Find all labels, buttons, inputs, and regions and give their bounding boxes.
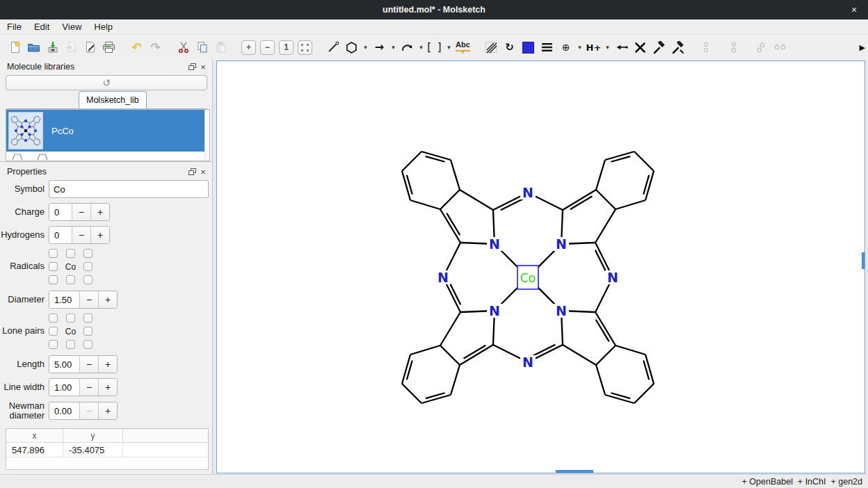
paste-button[interactable] xyxy=(211,38,230,57)
delete-button[interactable] xyxy=(631,38,650,57)
radical-checkbox[interactable] xyxy=(49,249,58,258)
close-panel-icon[interactable]: × xyxy=(198,167,209,177)
zoom-fit-button[interactable] xyxy=(296,38,314,57)
zoom-in-button[interactable]: + xyxy=(239,38,258,57)
float-panel-icon[interactable] xyxy=(186,62,198,72)
radical-checkbox[interactable] xyxy=(66,249,75,258)
list-item-next-partial[interactable] xyxy=(6,152,209,161)
optimize-geometry-button[interactable] xyxy=(668,38,687,57)
lone-pair-checkbox[interactable] xyxy=(66,314,75,323)
hydrogen-dropdown[interactable]: ▾ xyxy=(603,38,612,57)
ring-button[interactable] xyxy=(342,38,361,57)
radical-checkbox[interactable] xyxy=(49,275,58,284)
charge-value[interactable] xyxy=(49,204,72,220)
rotate-button[interactable]: ↻ xyxy=(500,38,519,57)
newman-increment-button[interactable]: + xyxy=(98,402,117,419)
line-width-decrement-button[interactable]: − xyxy=(79,379,98,396)
tab-molsketch-lib[interactable]: Molsketch_lib xyxy=(79,91,147,108)
bracket-button[interactable]: [ ] xyxy=(426,38,444,57)
text-tool-button[interactable]: Abc ▾ xyxy=(453,38,472,57)
list-item-pcco[interactable]: PcCo xyxy=(6,110,209,152)
library-scrollbar[interactable] xyxy=(204,110,209,161)
hydrogens-decrement-button[interactable]: − xyxy=(72,227,90,243)
hammer-icon xyxy=(652,41,666,54)
color-picker-button[interactable] xyxy=(519,38,538,57)
lone-pair-checkbox[interactable] xyxy=(49,340,58,349)
redo-button[interactable]: ↷ xyxy=(146,38,165,57)
lone-pair-checkbox[interactable] xyxy=(49,327,58,336)
charge-button[interactable]: ⊕ xyxy=(556,38,575,57)
window-close-icon[interactable]: × xyxy=(846,0,862,19)
menu-file[interactable]: File xyxy=(6,22,23,32)
radical-checkbox[interactable] xyxy=(83,262,93,271)
newman-diameter-value[interactable] xyxy=(49,402,79,419)
length-value[interactable] xyxy=(49,356,79,373)
lone-pair-checkbox[interactable] xyxy=(83,327,93,336)
reaction-arrow-button[interactable]: → xyxy=(370,38,389,57)
bracket-dropdown[interactable]: ▾ xyxy=(444,38,453,57)
hydrogens-increment-button[interactable]: + xyxy=(90,227,109,243)
line-width-button[interactable] xyxy=(538,38,556,57)
column-header-y[interactable]: y xyxy=(63,429,123,442)
length-increment-button[interactable]: + xyxy=(98,356,117,373)
print-button[interactable] xyxy=(99,38,118,57)
column-header-x[interactable]: x xyxy=(6,429,63,442)
save-button[interactable] xyxy=(43,38,62,57)
refresh-library-button[interactable]: ↺ xyxy=(6,75,207,90)
line-width-value[interactable] xyxy=(49,379,79,396)
diameter-increment-button[interactable]: + xyxy=(98,291,117,308)
ring-tool-combo: ▾ xyxy=(342,38,370,57)
properties-panel-header: Properties × xyxy=(0,165,213,179)
close-panel-icon[interactable]: × xyxy=(198,62,209,72)
hydrogen-button[interactable]: H+ xyxy=(584,38,603,57)
zoom-out-button[interactable]: − xyxy=(258,38,277,57)
charge-dropdown[interactable]: ▾ xyxy=(575,38,584,57)
copy-button[interactable] xyxy=(193,38,211,57)
radical-checkbox[interactable] xyxy=(83,275,93,284)
length-decrement-button[interactable]: − xyxy=(79,356,98,373)
lone-pair-checkbox[interactable] xyxy=(83,340,93,349)
lone-pair-checkbox[interactable] xyxy=(49,314,58,323)
radical-checkbox[interactable] xyxy=(66,275,75,284)
new-button[interactable] xyxy=(6,38,24,57)
molecule-drawing[interactable]: NNNNNNNNCo xyxy=(217,61,865,473)
lone-pair-checkbox[interactable] xyxy=(83,314,93,323)
export-button[interactable] xyxy=(81,38,99,57)
save-as-button[interactable] xyxy=(62,38,81,57)
open-button[interactable] xyxy=(24,38,43,57)
mechanism-arrow-button[interactable] xyxy=(398,38,417,57)
toolbar-expand-button[interactable]: ▶ xyxy=(860,43,865,52)
optimize-structure-button[interactable] xyxy=(650,38,668,57)
undo-button[interactable]: ↶ xyxy=(127,38,146,57)
cell-y-value[interactable]: -35.4075 xyxy=(63,443,123,457)
symbol-input[interactable] xyxy=(49,180,209,198)
cell-x-value[interactable]: 547.896 xyxy=(6,443,63,457)
drawing-canvas[interactable]: NNNNNNNNCo xyxy=(216,60,865,473)
diameter-value[interactable] xyxy=(49,291,79,308)
float-panel-icon[interactable] xyxy=(186,167,198,177)
hydrogens-value[interactable] xyxy=(49,227,72,243)
connect-button[interactable] xyxy=(612,38,631,57)
diameter-decrement-button[interactable]: − xyxy=(79,291,98,308)
horizontal-scrollbar-thumb[interactable] xyxy=(556,470,593,473)
radical-checkbox[interactable] xyxy=(83,249,93,258)
charge-increment-button[interactable]: + xyxy=(90,204,109,220)
ring-dropdown[interactable]: ▾ xyxy=(361,38,370,57)
line-width-increment-button[interactable]: + xyxy=(98,379,117,396)
lone-pairs-label: Lone pairs xyxy=(0,326,45,336)
line-width-icon xyxy=(541,42,553,52)
menu-help[interactable]: Help xyxy=(93,22,114,32)
menu-edit[interactable]: Edit xyxy=(33,22,51,32)
selection-hash-button[interactable] xyxy=(481,38,500,57)
charge-decrement-button[interactable]: − xyxy=(72,204,90,220)
connect-icon xyxy=(616,41,628,54)
mechanism-arrow-dropdown[interactable]: ▾ xyxy=(417,38,426,57)
draw-bond-button[interactable] xyxy=(323,38,342,57)
zoom-original-button[interactable]: 1 xyxy=(277,38,296,57)
lone-pair-checkbox[interactable] xyxy=(66,340,75,349)
reaction-arrow-dropdown[interactable]: ▾ xyxy=(389,38,398,57)
vertical-scrollbar-thumb[interactable] xyxy=(862,252,865,269)
cut-button[interactable] xyxy=(174,38,193,57)
radical-checkbox[interactable] xyxy=(49,262,58,271)
menu-view[interactable]: View xyxy=(61,22,83,32)
